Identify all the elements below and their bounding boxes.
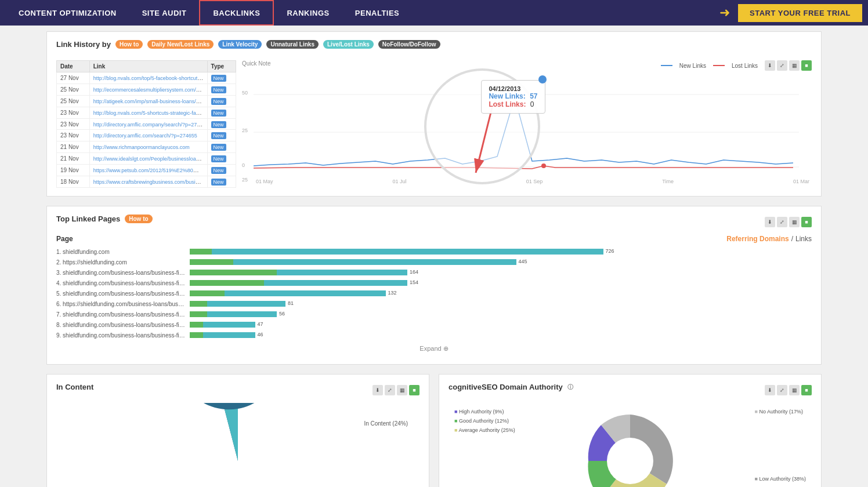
chart-spike-dot	[538, 75, 547, 83]
table-row: 23 Nov http://blog.nvals.com/5-shortcuts…	[57, 107, 236, 118]
nav-item-backlinks[interactable]: BACKLINKS	[199, 0, 274, 26]
free-trial-button[interactable]: START YOUR FREE TRIAL	[738, 4, 862, 22]
cell-link[interactable]: http://directory.amflic.com/search/?p=27…	[89, 130, 207, 141]
bar-rows-container: 1. shieldfunding.com 726 2. https://shie…	[56, 248, 812, 339]
cell-link[interactable]: http://ecommercesalesmultipliersystem.co…	[89, 83, 207, 95]
filter-daily[interactable]: Daily New/Lost Links	[147, 40, 214, 49]
nav-item-rankings[interactable]: RANKINGS	[274, 0, 342, 26]
top-linked-expand[interactable]: ⤢	[777, 217, 787, 227]
table-row: 25 Nov http://ecommercesalesmultipliersy…	[57, 83, 236, 95]
chart-download-icon[interactable]: ⬇	[765, 60, 775, 71]
bar-page-label: 9. shieldfunding.com/business-loans/busi…	[56, 332, 190, 339]
in-content-expand[interactable]: ⤢	[385, 385, 395, 395]
svg-text:25: 25	[242, 128, 248, 133]
top-linked-actions: ⬇ ⤢ ▦ ■	[765, 217, 812, 227]
legend-no-authority: ■ No Authority (17%)	[755, 409, 806, 415]
bar-page-label: 7. shieldfunding.com/business-loans/busi…	[56, 311, 190, 318]
ref-domain-label[interactable]: Referring Domains	[726, 235, 789, 243]
da-download[interactable]: ⬇	[765, 385, 775, 395]
cell-date: 25 Nov	[57, 83, 90, 95]
da-expand[interactable]: ⤢	[777, 385, 787, 395]
cell-type: New	[207, 83, 236, 95]
cell-link[interactable]: http://blog.nvals.com/5-shortcuts-strate…	[89, 107, 207, 118]
bar-row: 7. shieldfunding.com/business-loans/busi…	[56, 310, 812, 318]
cell-link[interactable]: http://www.richmanpoormanclayucos.com	[89, 141, 207, 153]
bar-container: 81	[190, 300, 812, 308]
nav-item-content-optimization[interactable]: CONTENT OPTIMIZATION	[6, 0, 129, 26]
cell-type: New	[207, 141, 236, 153]
domain-authority-actions: ⬇ ⤢ ▦ ■	[765, 385, 812, 395]
in-content-title: In Content	[56, 383, 93, 391]
col-date: Date	[57, 61, 90, 72]
chart-svg-wrap: 04/12/2013 New Links: 57 Lost Links: 0	[242, 74, 812, 184]
bar-row: 3. shieldfunding.com/business-loans/busi…	[56, 268, 812, 277]
top-linked-settings[interactable]: ■	[801, 217, 812, 227]
bar-value: 132	[388, 290, 397, 296]
cell-link[interactable]: http://www.idealslgt.com/People/business…	[89, 153, 207, 165]
domain-authority-card: cognitiveSEO Domain Authority ⓘ ⬇ ⤢ ▦ ■	[439, 374, 822, 487]
bar-green	[190, 249, 212, 255]
da-settings[interactable]: ■	[801, 385, 812, 395]
bar-container: 164	[190, 268, 812, 277]
bar-row: 2. https://shieldfunding.com 445	[56, 258, 812, 266]
col-page-label: Referring Domains Page	[56, 235, 190, 243]
bar-value: 445	[519, 259, 527, 264]
cell-link[interactable]: http://directory.amflic.company/search/?…	[89, 118, 207, 130]
top-linked-columns: Referring Domains Page Referring Domains…	[56, 235, 812, 243]
bar-row: 5. shieldfunding.com/business-loans/busi…	[56, 289, 812, 297]
top-linked-download[interactable]: ⬇	[765, 217, 775, 227]
chart-img-icon[interactable]: ▦	[789, 60, 800, 71]
filter-nofollow[interactable]: NoFollow/DoFollow	[378, 40, 440, 49]
legend-high-authority: ■ High Authority (9%)	[454, 409, 515, 415]
nav-item-site-audit[interactable]: SITE AUDIT	[129, 0, 200, 26]
link-history-title: Link History by How to Daily New/Lost Li…	[56, 40, 440, 49]
cell-date: 23 Nov	[57, 118, 90, 130]
chart-icon-actions: ⬇ ⤢ ▦ ■	[765, 60, 812, 71]
cell-link[interactable]: http://blog.nvals.com/top/5-facebook-sho…	[89, 72, 207, 84]
bar-page-label: 2. https://shieldfunding.com	[56, 259, 190, 266]
top-linked-img[interactable]: ▦	[789, 217, 800, 227]
cell-date: 21 Nov	[57, 153, 90, 165]
legend-low-authority: ■ Low Authority (38%)	[755, 476, 806, 482]
filter-unnatural[interactable]: Unnatural Links	[266, 40, 319, 49]
donut-chart-wrap: ■ High Authority (9%) ■ Good Authority (…	[449, 403, 812, 487]
cell-link[interactable]: http://atigeek.com/imp/small-business-lo…	[89, 95, 207, 107]
bar-value: 726	[606, 248, 614, 254]
chart-settings-icon[interactable]: ■	[801, 60, 812, 71]
domain-authority-info-icon[interactable]: ⓘ	[567, 383, 573, 391]
bar-container: 47	[190, 321, 812, 329]
bar-value: 164	[410, 269, 418, 275]
filter-live[interactable]: Live/Lost Links	[323, 40, 374, 49]
filter-velocity[interactable]: Link Velocity	[218, 40, 262, 49]
bar-container: 726	[190, 248, 812, 256]
cell-type: New	[207, 72, 236, 84]
bottom-row: In Content ⬇ ⤢ ▦ ■ In Content (24%)	[46, 374, 822, 487]
chart-tooltip: 04/12/2013 New Links: 57 Lost Links: 0	[481, 80, 545, 114]
cell-date: 23 Nov	[57, 107, 90, 118]
legend-lost-links-icon	[713, 65, 725, 66]
in-content-settings[interactable]: ■	[409, 385, 419, 395]
quick-note-label: Quick Note	[242, 60, 270, 67]
da-img[interactable]: ▦	[789, 385, 800, 395]
svg-text:25: 25	[242, 177, 248, 183]
nav-item-penalties[interactable]: PENALTIES	[342, 0, 413, 26]
cell-type: New	[207, 176, 236, 188]
cell-date: 27 Nov	[57, 72, 90, 84]
in-content-img[interactable]: ▦	[397, 385, 407, 395]
domain-authority-title: cognitiveSEO Domain Authority ⓘ	[449, 383, 573, 391]
expand-button[interactable]: Expand ⊕	[56, 341, 812, 356]
pie-chart-wrap: In Content (24%) Not in Content (76%) CO…	[56, 403, 419, 487]
how-to-badge[interactable]: How to	[115, 40, 143, 49]
chart-expand-icon[interactable]: ⤢	[777, 60, 787, 71]
cell-link[interactable]: https://www.petsub.com/2012/519%E2%80%99…	[89, 165, 207, 176]
cell-link[interactable]: https://www.craftsbrewingbusiness.com/bu…	[89, 176, 207, 188]
bar-green	[190, 311, 207, 317]
table-row: 21 Nov http://www.richmanpoormanclayucos…	[57, 141, 236, 153]
top-linked-how-to[interactable]: How to	[125, 215, 152, 223]
cell-date: 19 Nov	[57, 165, 90, 176]
bar-container: 46	[190, 331, 812, 339]
cell-type: New	[207, 118, 236, 130]
cell-date: 25 Nov	[57, 95, 90, 107]
tooltip-lost-links: Lost Links: 0	[489, 100, 537, 108]
in-content-download[interactable]: ⬇	[372, 385, 383, 395]
